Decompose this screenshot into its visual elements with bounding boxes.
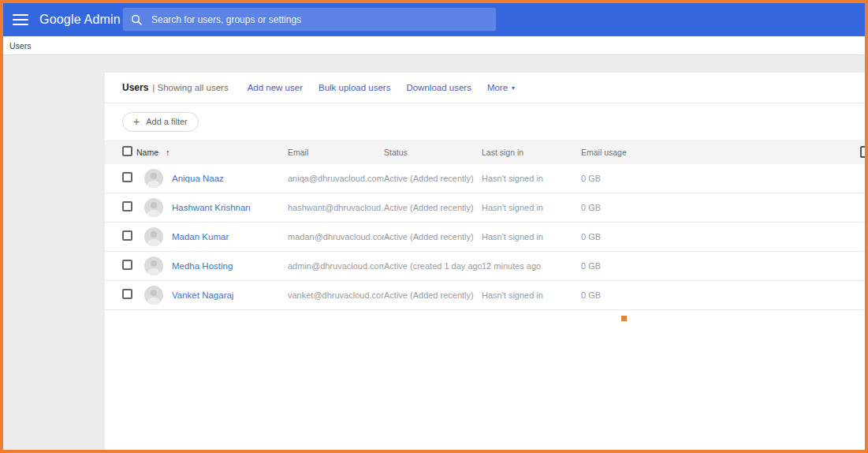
user-name-link[interactable]: Madan Kumar <box>172 232 229 241</box>
column-header-name[interactable]: Name ↑ <box>136 148 288 157</box>
search-input[interactable] <box>151 14 488 25</box>
filter-row: + Add a filter <box>105 103 865 140</box>
user-email-usage: 0 GB <box>581 261 865 271</box>
page-title: Users <box>122 82 148 93</box>
browser-frame: Google Admin Users Users | Showing all u… <box>0 0 868 453</box>
user-email: admin@dhruvacloud.com <box>288 261 384 271</box>
user-name-link[interactable]: Medha Hosting <box>172 261 233 271</box>
add-filter-button[interactable]: + Add a filter <box>122 112 199 132</box>
menu-icon[interactable] <box>13 14 28 25</box>
row-checkbox[interactable] <box>122 289 132 299</box>
user-last-sign-in: Hasn't signed in <box>482 174 581 183</box>
row-checkbox[interactable] <box>122 230 132 241</box>
table-row[interactable]: Medha Hosting admin@dhruvacloud.com Acti… <box>105 252 865 281</box>
user-avatar-icon <box>144 198 163 217</box>
admin-console-screen: Google Admin Users Users | Showing all u… <box>3 3 865 450</box>
users-card: Users | Showing all users Add new user B… <box>105 73 865 450</box>
more-menu-button[interactable]: More▾ <box>487 83 515 92</box>
download-users-link[interactable]: Download users <box>406 83 471 92</box>
user-email: vanket@dhruvacloud.com <box>288 290 384 300</box>
chevron-down-icon: ▾ <box>512 84 515 92</box>
user-email-usage: 0 GB <box>581 203 865 212</box>
user-name-link[interactable]: Hashwant Krishnan <box>172 203 251 212</box>
page-subtitle: | Showing all users <box>152 83 228 92</box>
user-status: Active (Added recently) <box>384 232 482 241</box>
user-name-link[interactable]: Vanket Nagaraj <box>172 290 233 300</box>
column-header-email-usage: Email usage <box>581 148 865 157</box>
user-avatar-icon <box>144 227 163 246</box>
more-label: More <box>487 83 508 92</box>
users-toolbar: Users | Showing all users Add new user B… <box>105 73 865 103</box>
user-email: madan@dhruvacloud.com <box>288 232 384 241</box>
page-background: Users | Showing all users Add new user B… <box>3 55 865 450</box>
table-header-row: Name ↑ Email Status Last sign in Email u… <box>105 140 865 164</box>
user-email-usage: 0 GB <box>581 174 865 183</box>
column-header-last-sign-in: Last sign in <box>482 148 581 157</box>
table-row[interactable]: Madan Kumar madan@dhruvacloud.com Active… <box>105 223 865 252</box>
table-row[interactable]: Hashwant Krishnan hashwant@dhruvacloud.c… <box>105 193 865 223</box>
name-column-label: Name <box>136 148 158 157</box>
user-avatar-icon <box>144 256 163 275</box>
column-header-email: Email <box>288 148 384 157</box>
search-icon <box>131 14 142 25</box>
user-last-sign-in: Hasn't signed in <box>482 290 581 300</box>
user-email: hashwant@dhruvacloud.com <box>288 203 384 212</box>
user-status: Active (Added recently) <box>384 203 482 212</box>
user-status: Active (Added recently) <box>384 290 482 300</box>
user-email-usage: 0 GB <box>581 290 865 300</box>
bulk-upload-users-link[interactable]: Bulk upload users <box>319 83 390 92</box>
row-checkbox[interactable] <box>122 172 132 182</box>
user-name-link[interactable]: Aniqua Naaz <box>172 174 224 183</box>
sort-ascending-icon: ↑ <box>166 148 170 157</box>
user-last-sign-in: 12 minutes ago <box>482 261 581 271</box>
table-body: Aniqua Naaz aniqa@dhruvacloud.com Active… <box>105 164 865 310</box>
user-last-sign-in: Hasn't signed in <box>482 203 581 212</box>
user-avatar-icon <box>144 286 163 305</box>
table-row[interactable]: Vanket Nagaraj vanket@dhruvacloud.com Ac… <box>105 281 865 310</box>
user-status: Active (created 1 day ago) <box>384 261 482 271</box>
user-avatar-icon <box>144 169 163 188</box>
row-checkbox[interactable] <box>122 260 132 270</box>
search-bar[interactable] <box>122 7 497 32</box>
app-title: Google Admin <box>39 13 121 27</box>
breadcrumb[interactable]: Users <box>9 41 31 51</box>
top-app-bar: Google Admin <box>3 3 865 36</box>
breadcrumb-bar: Users <box>3 36 865 55</box>
column-header-status: Status <box>384 148 482 157</box>
plus-icon: + <box>133 115 140 128</box>
user-email-usage: 0 GB <box>581 232 865 241</box>
user-status: Active (Added recently) <box>384 174 482 183</box>
add-new-user-link[interactable]: Add new user <box>248 83 303 92</box>
add-filter-label: Add a filter <box>146 117 188 126</box>
user-email: aniqa@dhruvacloud.com <box>288 174 384 183</box>
cursor-artifact-dot <box>621 316 627 321</box>
user-last-sign-in: Hasn't signed in <box>482 232 581 241</box>
table-row[interactable]: Aniqua Naaz aniqa@dhruvacloud.com Active… <box>105 164 865 193</box>
select-all-checkbox[interactable] <box>122 146 132 156</box>
row-checkbox[interactable] <box>122 201 132 212</box>
manage-columns-icon[interactable] <box>860 146 865 158</box>
